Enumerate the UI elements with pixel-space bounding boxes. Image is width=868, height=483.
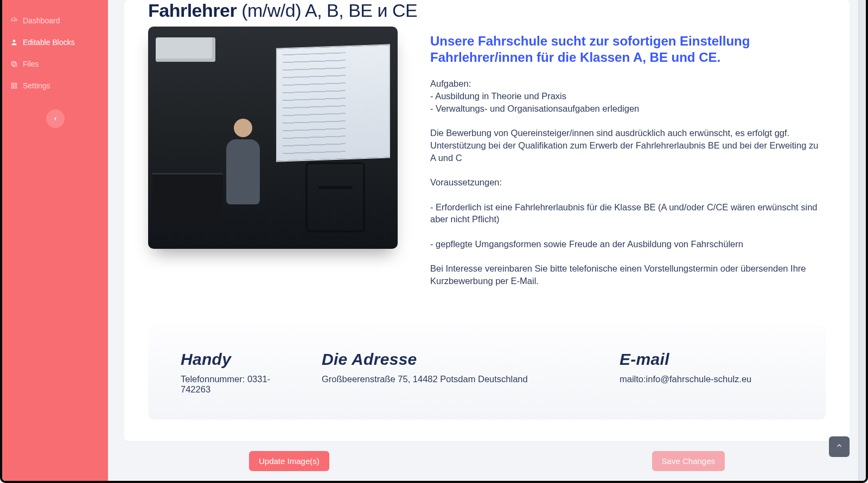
sidebar-item-dashboard[interactable]: Dashboard xyxy=(2,10,108,31)
job-row: Unsere Fahrschule sucht zur sofortigen E… xyxy=(148,27,826,287)
job-text: Unsere Fahrschule sucht zur sofortigen E… xyxy=(430,27,826,287)
chevron-up-icon xyxy=(835,442,843,452)
job-headline: Unsere Fahrschule sucht zur sofortigen E… xyxy=(430,33,826,66)
scroll-to-top-button[interactable] xyxy=(829,436,850,457)
svg-point-0 xyxy=(13,40,16,42)
sidebar-item-settings[interactable]: Settings xyxy=(2,75,108,96)
contact-phone-value: Telefonnummer: 0331-742263 xyxy=(181,374,300,395)
action-row: Update Image(s) Save Changes xyxy=(108,441,866,471)
gauge-icon xyxy=(10,16,18,25)
copy-icon xyxy=(10,60,18,68)
grid-icon xyxy=(10,81,18,90)
sidebar-item-label: Dashboard xyxy=(23,16,60,25)
sidebar-item-files[interactable]: Files xyxy=(2,53,108,75)
contact-email: E-mail mailto:info@fahrschule-schulz.eu xyxy=(620,350,793,395)
sidebar-item-label: Files xyxy=(23,60,39,68)
update-images-button[interactable]: Update Image(s) xyxy=(249,451,329,471)
contact-phone: Handy Telefonnummer: 0331-742263 xyxy=(181,350,300,395)
svg-rect-5 xyxy=(11,86,14,88)
contact-card: Handy Telefonnummer: 0331-742263 Die Adr… xyxy=(148,325,826,420)
page-title-bold: Fahrlehrer xyxy=(148,0,237,21)
svg-rect-2 xyxy=(11,61,15,65)
job-body: Aufgaben: - Ausbildung in Theorie und Pr… xyxy=(430,78,826,287)
content-card: Fahrlehrer (m/w/d) A, B, BE и CE Unsere … xyxy=(124,0,850,441)
sidebar-item-editable-blocks[interactable]: Editable Blocks xyxy=(2,31,108,53)
contact-phone-title: Handy xyxy=(181,350,300,369)
sidebar-collapse-button[interactable] xyxy=(46,110,65,128)
scrollbar[interactable] xyxy=(858,0,866,481)
chevron-left-icon xyxy=(53,114,58,123)
svg-rect-1 xyxy=(13,63,17,67)
user-icon xyxy=(10,38,18,47)
contact-address-title: Die Adresse xyxy=(322,350,598,369)
page-title: Fahrlehrer (m/w/d) A, B, BE и CE xyxy=(148,0,826,21)
save-changes-button[interactable]: Save Changes xyxy=(652,451,725,471)
svg-rect-3 xyxy=(11,83,14,85)
svg-rect-6 xyxy=(15,86,17,88)
sidebar: Dashboard Editable Blocks Files Settings xyxy=(2,0,108,481)
sidebar-item-label: Editable Blocks xyxy=(23,38,75,47)
page-title-light: (m/w/d) A, B, BE и CE xyxy=(241,0,417,21)
main-content: Fahrlehrer (m/w/d) A, B, BE и CE Unsere … xyxy=(108,0,866,481)
sidebar-item-label: Settings xyxy=(23,81,50,90)
job-image xyxy=(148,27,398,249)
contact-email-value: mailto:info@fahrschule-schulz.eu xyxy=(620,374,793,384)
contact-email-title: E-mail xyxy=(620,350,793,369)
svg-rect-4 xyxy=(15,83,17,85)
contact-address: Die Adresse Großbeerenstraße 75, 14482 P… xyxy=(322,350,598,395)
contact-address-value: Großbeerenstraße 75, 14482 Potsdam Deuts… xyxy=(322,374,598,384)
